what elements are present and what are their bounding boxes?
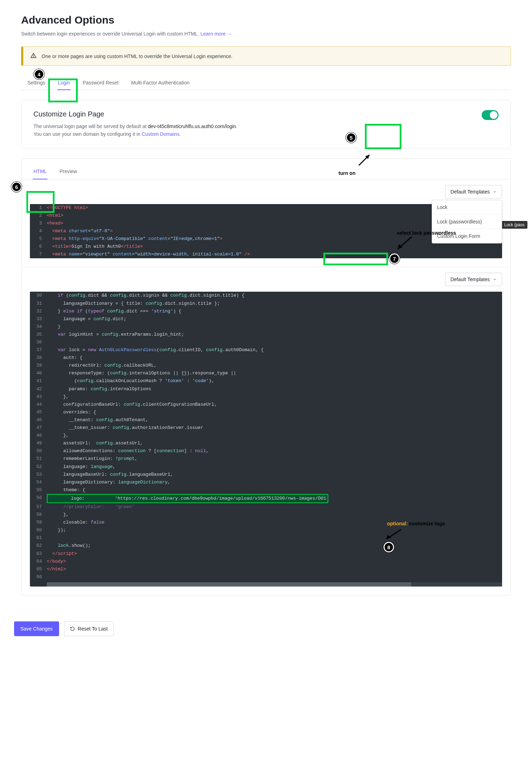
- learn-more-link[interactable]: Learn more→: [201, 31, 232, 37]
- code-line[interactable]: 47 __token_issuer: config.authorizationS…: [30, 424, 502, 432]
- code-line[interactable]: 54 languageDictionary: languageDictionar…: [30, 479, 502, 486]
- code-editor-bottom[interactable]: 30 if (config.dict && config.dict.signin…: [30, 292, 502, 586]
- code-line[interactable]: 2<html>: [30, 212, 502, 220]
- editor-toolbar: Default Templates Lock Lock (passwordles…: [21, 179, 511, 204]
- action-buttons: Save Changes Reset To Last: [0, 616, 532, 650]
- code-line[interactable]: 30 if (config.dict && config.dict.signin…: [30, 292, 502, 299]
- toggle-knob: [490, 111, 498, 119]
- line-number: 54: [30, 479, 47, 486]
- line-number: 36: [30, 338, 47, 346]
- undo-icon: [70, 626, 75, 631]
- code-line[interactable]: 53 languageBaseUrl: config.languageBaseU…: [30, 471, 502, 479]
- default-templates-dropdown[interactable]: Default Templates: [445, 185, 502, 198]
- code-line[interactable]: 63 </script>: [30, 550, 502, 558]
- anno-badge-4: 4: [34, 69, 44, 80]
- code-line[interactable]: 42 params: config.internalOptions: [30, 385, 502, 393]
- code-line[interactable]: 51 rememberLastLogin: !prompt,: [30, 455, 502, 463]
- line-number: 6: [30, 243, 47, 251]
- code-line[interactable]: 7 <meta name="viewport" content="width=d…: [30, 251, 502, 258]
- code-line[interactable]: 3<head>: [30, 220, 502, 227]
- customize-card: Customize Login Page The universal login…: [21, 100, 511, 148]
- editor-toolbar-2: Default Templates: [21, 267, 511, 292]
- line-number: 38: [30, 354, 47, 362]
- line-number: 44: [30, 401, 47, 408]
- code-line[interactable]: 55 theme: {: [30, 486, 502, 494]
- line-number: 57: [30, 503, 47, 511]
- code-line[interactable]: 45 overrides: {: [30, 408, 502, 416]
- line-number: 43: [30, 393, 47, 401]
- code-line[interactable]: 32 } else if (typeof config.dict === 'st…: [30, 308, 502, 315]
- horizontal-scrollbar[interactable]: [47, 582, 502, 587]
- line-number: 33: [30, 315, 47, 323]
- tab-mfa[interactable]: Multi-Factor Authentication: [125, 76, 196, 90]
- main-tabs: Settings Login Password Reset Multi-Fact…: [21, 76, 511, 90]
- code-line[interactable]: 40 responseType: (config.internalOptions…: [30, 369, 502, 377]
- warning-alert: One or more pages are using custom HTML …: [21, 46, 511, 66]
- menu-item-lock[interactable]: Lock: [432, 200, 502, 214]
- code-line[interactable]: 61: [30, 534, 502, 542]
- reset-button[interactable]: Reset To Last: [64, 621, 114, 636]
- menu-item-lock-passwordless[interactable]: Lock (passwordless): [432, 214, 502, 229]
- code-line[interactable]: 39 redirectUrl: config.callbackURL,: [30, 362, 502, 369]
- code-line[interactable]: 33 language = config.dict;: [30, 315, 502, 323]
- code-line[interactable]: 57 //primaryColor: 'green': [30, 503, 502, 511]
- code-line[interactable]: 62 lock.show();: [30, 542, 502, 550]
- code-line[interactable]: 56 logo: 'https://res.cloudinary.com/dbe…: [30, 494, 502, 503]
- code-line[interactable]: 5 <meta http-equiv="X-UA-Compatible" con…: [30, 235, 502, 243]
- save-button[interactable]: Save Changes: [14, 621, 59, 636]
- code-line[interactable]: 58 },: [30, 511, 502, 519]
- code-line[interactable]: 64</body>: [30, 558, 502, 565]
- line-number: 1: [30, 204, 47, 212]
- anno-badge-8: 8: [384, 542, 394, 552]
- line-number: 55: [30, 486, 47, 494]
- page-content: Advanced Options Switch between login ex…: [0, 0, 532, 616]
- editor-card-bottom: Default Templates 30 if (config.dict && …: [21, 267, 511, 595]
- code-line[interactable]: 34 }: [30, 323, 502, 331]
- code-line[interactable]: 60 });: [30, 526, 502, 534]
- line-number: 61: [30, 534, 47, 542]
- line-number: 37: [30, 346, 47, 354]
- code-line[interactable]: 52 language: language,: [30, 463, 502, 471]
- tab-password-reset[interactable]: Password Reset: [76, 76, 125, 90]
- code-line[interactable]: 44 configurationBaseUrl: config.clientCo…: [30, 401, 502, 408]
- line-number: 45: [30, 408, 47, 416]
- code-line[interactable]: 46 __tenant: config.auth0Tenant,: [30, 416, 502, 424]
- line-number: 50: [30, 447, 47, 455]
- code-line[interactable]: 65</html>: [30, 565, 502, 573]
- code-line[interactable]: 48 },: [30, 432, 502, 439]
- editor-tab-preview[interactable]: Preview: [53, 164, 83, 179]
- anno-text-customize-logo: optional: customize logo: [387, 521, 445, 526]
- line-number: 39: [30, 362, 47, 369]
- line-number: 48: [30, 432, 47, 439]
- code-line[interactable]: 41 (config.callbackOnLocationHash ? 'tok…: [30, 377, 502, 385]
- tooltip: Lock (pass: [501, 221, 527, 229]
- line-number: 62: [30, 542, 47, 550]
- anno-badge-6: 6: [11, 182, 22, 192]
- code-line[interactable]: 37 var lock = new Auth0LockPasswordless(…: [30, 346, 502, 354]
- default-templates-dropdown-2[interactable]: Default Templates: [445, 273, 502, 286]
- editor-tab-html[interactable]: HTML: [27, 164, 53, 179]
- line-number: 51: [30, 455, 47, 463]
- code-line[interactable]: 49 assetsUrl: config.assetsUrl,: [30, 439, 502, 447]
- code-line[interactable]: 31 languageDictionary = { title: config.…: [30, 300, 502, 308]
- line-number: 56: [30, 494, 47, 503]
- tab-login[interactable]: Login: [52, 76, 76, 90]
- line-number: 58: [30, 511, 47, 519]
- line-number: 64: [30, 558, 47, 565]
- line-number: 5: [30, 235, 47, 243]
- line-number: 7: [30, 251, 47, 258]
- code-line[interactable]: 35 var loginHint = config.extraParams.lo…: [30, 331, 502, 338]
- line-number: 66: [30, 573, 47, 581]
- code-line[interactable]: 36: [30, 338, 502, 346]
- anno-arrow-8: [384, 528, 405, 542]
- page-subtitle: Switch between login experiences or over…: [21, 31, 511, 37]
- custom-domains-link[interactable]: Custom Domains: [142, 131, 179, 137]
- code-line[interactable]: 43 },: [30, 393, 502, 401]
- customize-toggle[interactable]: [482, 110, 499, 120]
- code-line[interactable]: 1<!DOCTYPE html>: [30, 204, 502, 212]
- code-line[interactable]: 66: [30, 573, 502, 581]
- code-line[interactable]: 38 auth: {: [30, 354, 502, 362]
- code-line[interactable]: 6 <title>Sign In with Auth0</title>: [30, 243, 502, 251]
- login-domain: dev-t45c8mxticruhlfu.us.auth0.com/login: [148, 124, 236, 129]
- code-line[interactable]: 50 allowedConnections: connection ? [con…: [30, 447, 502, 455]
